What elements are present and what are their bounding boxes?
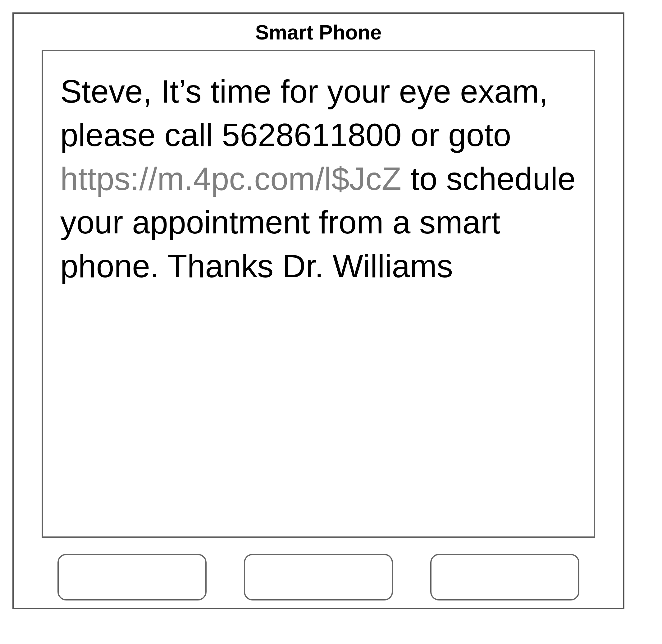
hardware-button-center[interactable] <box>244 554 393 600</box>
sms-message: Steve, It’s time for your eye exam, plea… <box>60 70 578 288</box>
device-title: Smart Phone <box>14 14 623 50</box>
smartphone-frame: Smart Phone Steve, It’s time for your ey… <box>13 13 624 609</box>
hardware-buttons-row <box>14 554 623 600</box>
screen-area: Steve, It’s time for your eye exam, plea… <box>42 50 595 538</box>
hardware-button-right[interactable] <box>430 554 580 600</box>
message-link[interactable]: https://m.4pc.com/l$JcZ <box>60 161 401 197</box>
message-text-before-link: Steve, It’s time for your eye exam, plea… <box>60 73 548 153</box>
hardware-button-left[interactable] <box>57 554 207 600</box>
